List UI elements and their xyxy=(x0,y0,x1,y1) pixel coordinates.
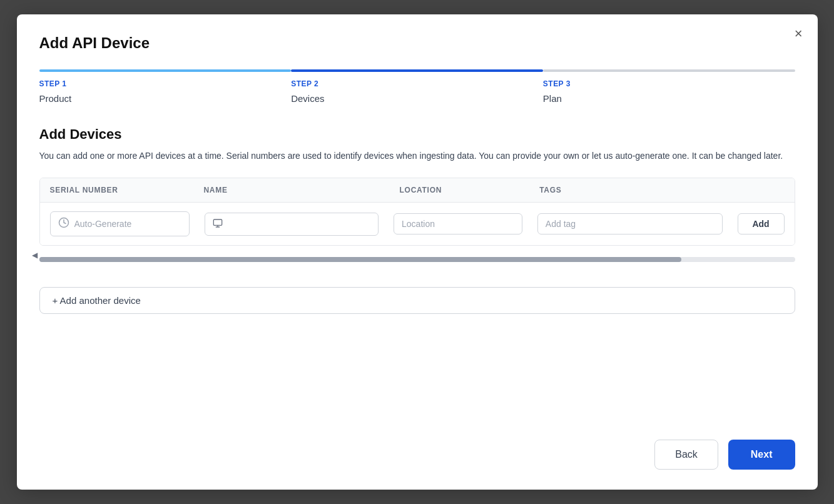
next-button[interactable]: Next xyxy=(728,440,795,470)
device-location-cell xyxy=(394,213,522,234)
add-api-device-modal: Add API Device × STEP 1 Product STEP 2 D… xyxy=(17,14,818,490)
section-title: Add Devices xyxy=(39,126,795,143)
table-row: water_electrolyte Add xyxy=(40,203,795,245)
device-name-icon xyxy=(213,218,223,230)
scroll-left-arrow[interactable]: ◀ xyxy=(32,251,38,260)
scrollbar-thumb xyxy=(39,257,682,262)
steps-container: STEP 1 Product STEP 2 Devices STEP 3 Pla… xyxy=(39,69,795,104)
device-table-scroll: SERIAL NUMBER NAME LOCATION TAGS xyxy=(39,178,795,246)
header-tags: TAGS xyxy=(539,186,749,194)
header-serial: SERIAL NUMBER xyxy=(50,186,204,194)
device-location-input[interactable] xyxy=(402,219,514,229)
step-2-label: STEP 2 xyxy=(291,79,543,88)
device-table: SERIAL NUMBER NAME LOCATION TAGS xyxy=(39,178,795,246)
device-tags-input[interactable] xyxy=(546,219,714,229)
step-1-name: Product xyxy=(39,93,292,104)
step-3-bar xyxy=(543,69,795,72)
section-description: You can add one or more API devices at a… xyxy=(39,149,795,163)
horizontal-scrollbar[interactable] xyxy=(39,257,795,262)
step-3: STEP 3 Plan xyxy=(543,69,795,104)
step-1-bar xyxy=(39,69,292,72)
step-1-label: STEP 1 xyxy=(39,79,292,88)
header-location: LOCATION xyxy=(400,186,540,194)
modal-title: Add API Device xyxy=(39,34,795,52)
step-1: STEP 1 Product xyxy=(39,69,292,104)
step-2-name: Devices xyxy=(291,93,543,104)
serial-number-cell xyxy=(50,211,190,236)
footer: Back Next xyxy=(39,420,795,470)
add-another-device-button[interactable]: + Add another device xyxy=(39,287,795,314)
device-tags-cell xyxy=(537,213,723,234)
step-3-name: Plan xyxy=(543,93,795,104)
svg-rect-0 xyxy=(214,219,222,225)
serial-number-input[interactable] xyxy=(74,219,182,229)
table-header: SERIAL NUMBER NAME LOCATION TAGS xyxy=(40,178,795,203)
step-2-bar xyxy=(291,69,543,72)
back-button[interactable]: Back xyxy=(654,440,718,470)
add-tag-button[interactable]: Add xyxy=(738,213,785,234)
close-button[interactable]: × xyxy=(795,27,803,41)
auto-generate-icon xyxy=(58,217,69,231)
device-name-cell: water_electrolyte xyxy=(205,213,379,236)
device-name-input[interactable]: water_electrolyte xyxy=(228,219,370,229)
header-name: NAME xyxy=(203,186,399,194)
header-add-spacer xyxy=(750,186,785,194)
step-3-label: STEP 3 xyxy=(543,79,795,88)
step-2: STEP 2 Devices xyxy=(291,69,543,104)
